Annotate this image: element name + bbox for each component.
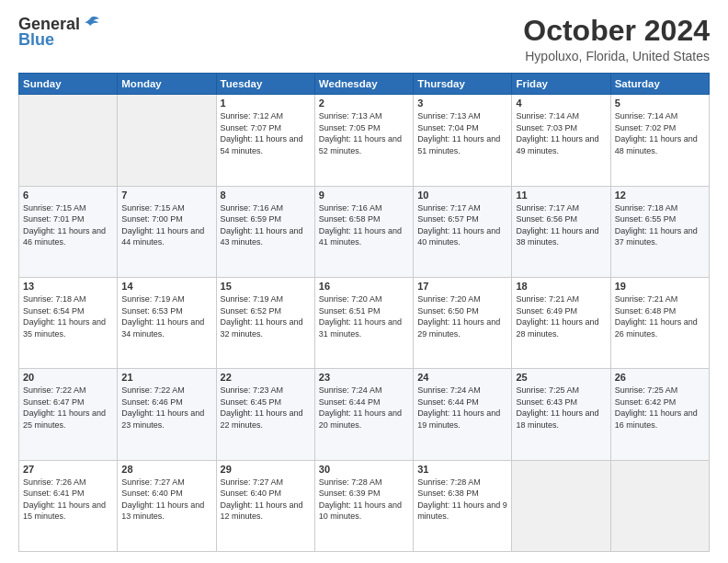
calendar-cell: 13Sunrise: 7:18 AM Sunset: 6:54 PM Dayli… [19, 277, 118, 368]
calendar-cell: 10Sunrise: 7:17 AM Sunset: 6:57 PM Dayli… [414, 186, 512, 277]
calendar-cell [19, 95, 118, 186]
day-number: 30 [319, 464, 409, 475]
calendar-cell: 8Sunrise: 7:16 AM Sunset: 6:59 PM Daylig… [216, 186, 314, 277]
day-info: Sunrise: 7:28 AM Sunset: 6:38 PM Dayligh… [417, 477, 507, 523]
title-section: October 2024 Hypoluxo, Florida, United S… [523, 15, 710, 63]
day-info: Sunrise: 7:24 AM Sunset: 6:44 PM Dayligh… [417, 385, 507, 431]
day-info: Sunrise: 7:19 AM Sunset: 6:52 PM Dayligh… [221, 293, 311, 339]
logo-blue-text: Blue [18, 30, 54, 50]
calendar-cell: 21Sunrise: 7:22 AM Sunset: 6:46 PM Dayli… [118, 369, 216, 460]
day-number: 29 [221, 464, 311, 475]
day-number: 31 [417, 464, 507, 475]
calendar-cell [512, 460, 610, 551]
calendar-cell: 28Sunrise: 7:27 AM Sunset: 6:40 PM Dayli… [118, 460, 216, 551]
calendar-cell: 11Sunrise: 7:17 AM Sunset: 6:56 PM Dayli… [512, 186, 610, 277]
location: Hypoluxo, Florida, United States [523, 49, 710, 63]
calendar-cell: 27Sunrise: 7:26 AM Sunset: 6:41 PM Dayli… [19, 460, 118, 551]
day-info: Sunrise: 7:13 AM Sunset: 7:04 PM Dayligh… [417, 110, 507, 156]
day-info: Sunrise: 7:15 AM Sunset: 7:00 PM Dayligh… [121, 202, 211, 248]
day-number: 18 [516, 281, 606, 292]
calendar-header-sunday: Sunday [19, 74, 118, 95]
day-number: 21 [121, 372, 211, 383]
day-info: Sunrise: 7:20 AM Sunset: 6:51 PM Dayligh… [319, 293, 409, 339]
calendar-week-row: 13Sunrise: 7:18 AM Sunset: 6:54 PM Dayli… [19, 277, 710, 368]
month-title: October 2024 [523, 15, 710, 47]
day-info: Sunrise: 7:22 AM Sunset: 6:47 PM Dayligh… [23, 385, 113, 431]
calendar-header-saturday: Saturday [610, 74, 709, 95]
calendar-cell: 18Sunrise: 7:21 AM Sunset: 6:49 PM Dayli… [512, 277, 610, 368]
day-number: 1 [221, 98, 311, 109]
day-info: Sunrise: 7:14 AM Sunset: 7:02 PM Dayligh… [615, 110, 705, 156]
calendar-cell: 3Sunrise: 7:13 AM Sunset: 7:04 PM Daylig… [414, 95, 512, 186]
day-info: Sunrise: 7:12 AM Sunset: 7:07 PM Dayligh… [221, 110, 311, 156]
day-number: 15 [221, 281, 311, 292]
calendar-cell [610, 460, 709, 551]
calendar-cell: 20Sunrise: 7:22 AM Sunset: 6:47 PM Dayli… [19, 369, 118, 460]
day-info: Sunrise: 7:28 AM Sunset: 6:39 PM Dayligh… [319, 477, 409, 523]
day-info: Sunrise: 7:25 AM Sunset: 6:42 PM Dayligh… [615, 385, 705, 431]
calendar-cell: 30Sunrise: 7:28 AM Sunset: 6:39 PM Dayli… [314, 460, 413, 551]
day-number: 24 [417, 372, 507, 383]
day-number: 28 [121, 464, 211, 475]
calendar-cell: 12Sunrise: 7:18 AM Sunset: 6:55 PM Dayli… [610, 186, 709, 277]
calendar-cell [118, 95, 216, 186]
day-info: Sunrise: 7:16 AM Sunset: 6:58 PM Dayligh… [319, 202, 409, 248]
day-number: 16 [319, 281, 409, 292]
day-number: 22 [221, 372, 311, 383]
day-number: 6 [23, 190, 113, 201]
calendar-cell: 5Sunrise: 7:14 AM Sunset: 7:02 PM Daylig… [610, 95, 709, 186]
day-number: 20 [23, 372, 113, 383]
day-info: Sunrise: 7:25 AM Sunset: 6:43 PM Dayligh… [516, 385, 606, 431]
calendar-cell: 2Sunrise: 7:13 AM Sunset: 7:05 PM Daylig… [314, 95, 413, 186]
calendar-cell: 29Sunrise: 7:27 AM Sunset: 6:40 PM Dayli… [216, 460, 314, 551]
calendar-cell: 7Sunrise: 7:15 AM Sunset: 7:00 PM Daylig… [118, 186, 216, 277]
calendar-header-friday: Friday [512, 74, 610, 95]
day-number: 9 [319, 190, 409, 201]
day-number: 25 [516, 372, 606, 383]
day-number: 11 [516, 190, 606, 201]
calendar-cell: 31Sunrise: 7:28 AM Sunset: 6:38 PM Dayli… [414, 460, 512, 551]
day-info: Sunrise: 7:17 AM Sunset: 6:56 PM Dayligh… [516, 202, 606, 248]
calendar-header-thursday: Thursday [414, 74, 512, 95]
day-info: Sunrise: 7:13 AM Sunset: 7:05 PM Dayligh… [319, 110, 409, 156]
calendar-cell: 6Sunrise: 7:15 AM Sunset: 7:01 PM Daylig… [19, 186, 118, 277]
calendar-cell: 15Sunrise: 7:19 AM Sunset: 6:52 PM Dayli… [216, 277, 314, 368]
calendar-cell: 14Sunrise: 7:19 AM Sunset: 6:53 PM Dayli… [118, 277, 216, 368]
calendar-cell: 16Sunrise: 7:20 AM Sunset: 6:51 PM Dayli… [314, 277, 413, 368]
day-info: Sunrise: 7:17 AM Sunset: 6:57 PM Dayligh… [417, 202, 507, 248]
day-info: Sunrise: 7:27 AM Sunset: 6:40 PM Dayligh… [221, 477, 311, 523]
header: General Blue October 2024 Hypoluxo, Flor… [18, 15, 710, 63]
day-info: Sunrise: 7:23 AM Sunset: 6:45 PM Dayligh… [221, 385, 311, 431]
calendar-cell: 25Sunrise: 7:25 AM Sunset: 6:43 PM Dayli… [512, 369, 610, 460]
day-info: Sunrise: 7:16 AM Sunset: 6:59 PM Dayligh… [221, 202, 311, 248]
day-number: 3 [417, 98, 507, 109]
day-info: Sunrise: 7:21 AM Sunset: 6:49 PM Dayligh… [516, 293, 606, 339]
calendar-cell: 4Sunrise: 7:14 AM Sunset: 7:03 PM Daylig… [512, 95, 610, 186]
calendar-cell: 24Sunrise: 7:24 AM Sunset: 6:44 PM Dayli… [414, 369, 512, 460]
calendar-cell: 23Sunrise: 7:24 AM Sunset: 6:44 PM Dayli… [314, 369, 413, 460]
day-number: 7 [121, 190, 211, 201]
calendar-cell: 1Sunrise: 7:12 AM Sunset: 7:07 PM Daylig… [216, 95, 314, 186]
calendar-cell: 17Sunrise: 7:20 AM Sunset: 6:50 PM Dayli… [414, 277, 512, 368]
day-info: Sunrise: 7:19 AM Sunset: 6:53 PM Dayligh… [121, 293, 211, 339]
day-number: 5 [615, 98, 705, 109]
day-info: Sunrise: 7:15 AM Sunset: 7:01 PM Dayligh… [23, 202, 113, 248]
day-number: 8 [221, 190, 311, 201]
day-info: Sunrise: 7:27 AM Sunset: 6:40 PM Dayligh… [121, 477, 211, 523]
day-info: Sunrise: 7:24 AM Sunset: 6:44 PM Dayligh… [319, 385, 409, 431]
calendar-week-row: 1Sunrise: 7:12 AM Sunset: 7:07 PM Daylig… [19, 95, 710, 186]
calendar-cell: 26Sunrise: 7:25 AM Sunset: 6:42 PM Dayli… [610, 369, 709, 460]
logo: General Blue [18, 15, 100, 50]
day-info: Sunrise: 7:18 AM Sunset: 6:54 PM Dayligh… [23, 293, 113, 339]
calendar-cell: 19Sunrise: 7:21 AM Sunset: 6:48 PM Dayli… [610, 277, 709, 368]
day-info: Sunrise: 7:14 AM Sunset: 7:03 PM Dayligh… [516, 110, 606, 156]
day-info: Sunrise: 7:22 AM Sunset: 6:46 PM Dayligh… [121, 385, 211, 431]
day-number: 2 [319, 98, 409, 109]
day-number: 13 [23, 281, 113, 292]
day-number: 12 [615, 190, 705, 201]
day-number: 17 [417, 281, 507, 292]
day-number: 23 [319, 372, 409, 383]
calendar-header-wednesday: Wednesday [314, 74, 413, 95]
page: General Blue October 2024 Hypoluxo, Flor… [0, 0, 728, 563]
day-info: Sunrise: 7:18 AM Sunset: 6:55 PM Dayligh… [615, 202, 705, 248]
